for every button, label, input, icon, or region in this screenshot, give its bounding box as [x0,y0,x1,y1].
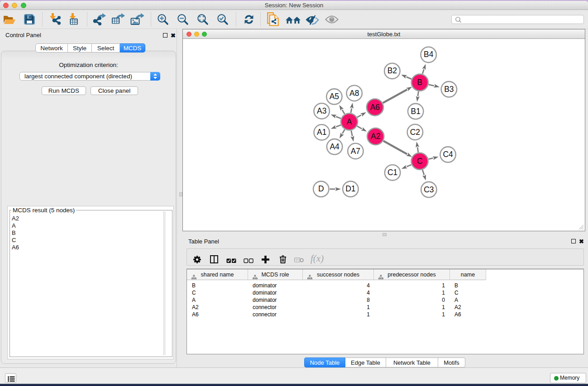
svg-text:A7: A7 [351,147,360,156]
svg-text:A4: A4 [330,142,339,151]
svg-text:B2: B2 [387,66,397,75]
svg-text:A: A [347,117,352,126]
svg-text:B3: B3 [444,85,454,94]
svg-text:C2: C2 [410,128,420,137]
svg-text:C3: C3 [424,185,434,194]
svg-text:A2: A2 [371,132,380,141]
svg-text:C: C [417,157,423,166]
svg-text:B4: B4 [424,50,434,59]
svg-text:D1: D1 [345,184,355,193]
svg-text:D: D [318,184,324,193]
svg-text:C4: C4 [443,150,453,159]
svg-text:A1: A1 [317,128,326,137]
svg-text:C1: C1 [387,168,397,177]
svg-text:A6: A6 [370,103,380,112]
svg-text:A8: A8 [349,89,359,98]
svg-text:A5: A5 [330,92,339,101]
svg-text:A3: A3 [317,106,326,115]
svg-text:B1: B1 [411,107,420,116]
svg-text:B: B [417,78,423,87]
